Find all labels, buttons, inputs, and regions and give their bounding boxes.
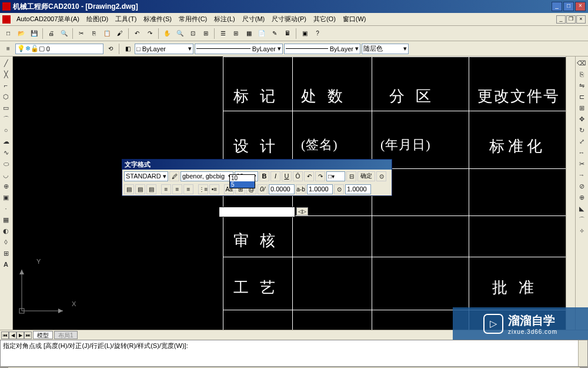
zoom-window-icon[interactable]: ⊡: [187, 28, 199, 39]
close-button[interactable]: ×: [575, 2, 586, 11]
match-icon[interactable]: 🖌: [114, 28, 126, 39]
gradient-icon[interactable]: ◐: [1, 226, 11, 236]
rotate-icon[interactable]: ↻: [576, 125, 587, 135]
arc-icon[interactable]: ⌒: [1, 114, 11, 124]
oblique-icon[interactable]: 0/: [258, 184, 268, 194]
bullets-icon[interactable]: •≡: [209, 184, 219, 194]
menu-dimension[interactable]: 尺寸(M): [239, 14, 269, 25]
redo-icon[interactable]: ↷: [144, 28, 156, 39]
menu-other[interactable]: 其它(O): [310, 14, 339, 25]
new-icon[interactable]: □: [2, 28, 14, 39]
explode-icon[interactable]: ✧: [576, 226, 587, 236]
text-color-combo[interactable]: □▾: [326, 171, 345, 181]
oblique-spinner[interactable]: 0.0000: [269, 184, 295, 194]
trim-icon[interactable]: ✂: [576, 158, 587, 169]
mdi-minimize[interactable]: _: [556, 15, 566, 24]
layer-combo[interactable]: 💡❄🔓▢ 0: [15, 44, 103, 54]
linetype-combo[interactable]: ByLayer▾: [195, 44, 283, 54]
open-icon[interactable]: 📂: [15, 28, 27, 39]
tracking-icon[interactable]: a-b: [296, 184, 306, 194]
color-combo[interactable]: □ByLayer▾: [135, 44, 193, 54]
tab-layout1[interactable]: 布局1: [54, 331, 78, 339]
mdi-close[interactable]: ×: [576, 15, 586, 24]
menu-draw[interactable]: 绘图(D): [83, 14, 112, 25]
zoom-realtime-icon[interactable]: 🔍: [174, 28, 186, 39]
bold-icon[interactable]: B: [259, 171, 269, 181]
tracking-spinner[interactable]: 1.0000: [307, 184, 333, 194]
tab-prev-icon[interactable]: ◀: [9, 331, 16, 339]
options-icon[interactable]: ⊙: [376, 171, 386, 181]
lineweight-combo[interactable]: ByLayer▾: [284, 44, 360, 54]
redo-text-icon[interactable]: ↷: [315, 171, 325, 181]
polygon-icon[interactable]: ⬡: [1, 91, 11, 102]
text-style-combo[interactable]: STANDARD▾: [124, 171, 168, 181]
width-spinner[interactable]: 1.0000: [345, 184, 371, 194]
scale-icon[interactable]: ⤢: [576, 136, 587, 147]
fillet-icon[interactable]: ⌒: [576, 214, 587, 225]
spline-icon[interactable]: ∿: [1, 147, 11, 158]
extend-icon[interactable]: →: [576, 170, 587, 180]
overline-icon[interactable]: Ō: [293, 171, 303, 181]
menu-window[interactable]: 窗口(W): [339, 14, 370, 25]
undo-text-icon[interactable]: ↶: [304, 171, 314, 181]
help-icon[interactable]: ?: [312, 28, 323, 39]
tab-model[interactable]: 模型: [33, 331, 53, 339]
copy-icon[interactable]: ⎘: [88, 28, 100, 39]
cut-icon[interactable]: ✂: [75, 28, 87, 39]
ok-button[interactable]: 确定: [358, 171, 375, 181]
color-picker-icon[interactable]: ◧: [122, 43, 133, 55]
rectangle-icon[interactable]: ▭: [1, 102, 11, 113]
layer-manager-icon[interactable]: ≡: [2, 43, 14, 55]
designcenter-icon[interactable]: ⊞: [230, 28, 242, 39]
preview-icon[interactable]: 🔍: [58, 28, 70, 39]
array-icon[interactable]: ⊞: [576, 102, 587, 113]
undo-icon[interactable]: ↶: [131, 28, 143, 39]
line-icon[interactable]: ╱: [1, 58, 11, 68]
break-icon[interactable]: ⊘: [576, 181, 587, 191]
chamfer-icon[interactable]: ◣: [576, 203, 587, 214]
block-icon[interactable]: ▣: [299, 28, 310, 39]
mirror-icon[interactable]: ⇋: [576, 80, 587, 91]
align-right-icon[interactable]: ≡: [183, 184, 193, 194]
calc-icon[interactable]: 🖩: [282, 28, 293, 39]
align-left-icon[interactable]: ≡: [161, 184, 171, 194]
properties-icon[interactable]: ☰: [217, 28, 229, 39]
offset-icon[interactable]: ⊏: [576, 91, 587, 102]
markup-icon[interactable]: ✎: [269, 28, 280, 39]
align-tr-icon[interactable]: ▤: [146, 184, 156, 194]
xline-icon[interactable]: ╳: [1, 69, 11, 79]
pan-icon[interactable]: ✋: [161, 28, 173, 39]
menu-tools[interactable]: 工具(T): [112, 14, 140, 25]
size-option-5[interactable]: 5: [230, 181, 255, 188]
region-icon[interactable]: ◊: [1, 237, 11, 247]
insert-icon[interactable]: ⊕: [1, 181, 11, 191]
save-icon[interactable]: 💾: [28, 28, 40, 39]
tab-next-icon[interactable]: ▶: [16, 331, 24, 339]
mtext-editor[interactable]: [219, 207, 295, 217]
align-tc-icon[interactable]: ▤: [135, 184, 145, 194]
canvas-scrollbar-v[interactable]: [566, 57, 575, 330]
ruler-icon[interactable]: ⊟: [346, 171, 356, 181]
paste-icon[interactable]: 📋: [101, 28, 113, 39]
menu-stdparts[interactable]: 标准件(S): [140, 14, 175, 25]
text-format-title[interactable]: 文字格式: [122, 160, 392, 170]
print-icon[interactable]: 🖨: [45, 28, 57, 39]
erase-icon[interactable]: ⌫: [576, 58, 587, 68]
ellipsearc-icon[interactable]: ◡: [1, 170, 11, 180]
maximize-button[interactable]: □: [563, 2, 574, 11]
command-line[interactable]: 指定对角点或 [高度(H)/对正(J)/行距(L)/旋转(R)/样式(S)/宽度…: [0, 340, 588, 367]
menu-autocad[interactable]: AutoCAD2007菜单(A): [13, 14, 83, 25]
command-scrollbar[interactable]: [578, 340, 587, 366]
minimize-button[interactable]: _: [552, 2, 562, 11]
ellipse-icon[interactable]: ⬭: [1, 158, 11, 169]
font-size-dropdown[interactable]: 10 5: [229, 174, 255, 188]
menu-annotate[interactable]: 标注(L): [211, 14, 238, 25]
italic-icon[interactable]: I: [270, 171, 280, 181]
mtext-ruler-handle[interactable]: ◁▷: [296, 207, 308, 216]
mdi-restore[interactable]: ❐: [566, 15, 576, 24]
join-icon[interactable]: ⊕: [576, 192, 587, 203]
copy-obj-icon[interactable]: ⎘: [576, 69, 587, 79]
tab-first-icon[interactable]: ⏮: [1, 331, 9, 339]
hatch-icon[interactable]: ▦: [1, 214, 11, 225]
mtext-icon[interactable]: A: [1, 259, 11, 270]
